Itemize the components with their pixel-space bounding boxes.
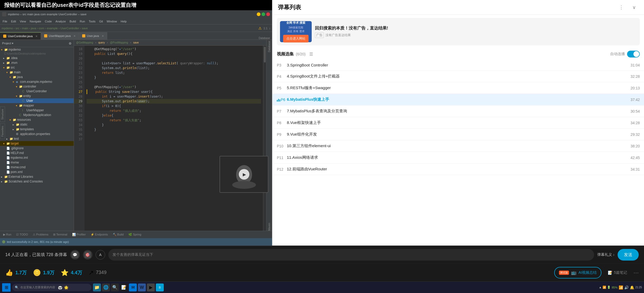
tab-close-usermapper[interactable]: ✕ <box>73 35 76 37</box>
tab-close-usercontroller[interactable]: ✕ <box>35 35 38 38</box>
tree-item-usercontroller[interactable]: C UserController <box>0 89 74 94</box>
maximize-button[interactable] <box>262 12 265 16</box>
menu-git[interactable]: Git <box>98 19 105 23</box>
auto-play-toggle[interactable] <box>627 51 640 57</box>
menu-help[interactable]: Help <box>119 19 128 23</box>
tree-item-mpdemoixml[interactable]: 📄 mpdemo.iml <box>0 155 74 160</box>
taskbar-app-files[interactable]: 📁 <box>93 284 101 291</box>
playlist-item-p9[interactable]: P9 9.Vue组件化开发 29:32 <box>273 129 644 140</box>
tree-item-helpmd[interactable]: 📄 HELP.md <box>0 151 74 155</box>
tree-item-java[interactable]: ▾ 📁 java <box>0 75 74 79</box>
taskbar-app-word[interactable]: W <box>138 284 146 291</box>
ad-enter-button[interactable]: 点击进入网站 <box>283 35 309 42</box>
maven-side-tab[interactable]: Maven <box>268 223 271 231</box>
menu-tools[interactable]: Tools <box>87 19 97 23</box>
tree-item-pomxml[interactable]: 📄 pom.xml <box>0 170 74 174</box>
tree-item-user[interactable]: C User <box>0 98 74 103</box>
tab-close-user[interactable]: ✕ <box>102 35 104 37</box>
tree-item-idea[interactable]: ▸ 📁 .idea <box>0 56 74 60</box>
tree-item-mapper-folder[interactable]: ▾ 📁 mapper <box>0 103 74 108</box>
database-side-tab[interactable]: Database <box>268 41 271 52</box>
tree-item-templates[interactable]: ▸ 📁 templates <box>0 127 74 132</box>
barrage-input[interactable]: 发个友善的弹幕见证当下 <box>108 249 594 261</box>
tree-item-resources[interactable]: ▾ 📁 resources <box>0 117 74 122</box>
star-item[interactable]: ⭐ 4.4万 <box>61 269 82 276</box>
close-button[interactable] <box>266 12 270 16</box>
notes-button[interactable]: 📝 5篇笔记 <box>608 270 627 275</box>
taskbar-app-search[interactable]: 🔍 <box>111 284 119 291</box>
menu-navigate[interactable]: Navigate <box>28 19 43 23</box>
playlist-item-p6[interactable]: P6 6.MybatisPlus快速上手 37:42 <box>273 94 644 105</box>
tree-item-src[interactable]: ▾ 📁 src <box>0 65 74 70</box>
tree-item-mvn[interactable]: ▸ 📁 .mvn <box>0 60 74 65</box>
tree-item-package[interactable]: ▾ ◈ com.example.mpdemo <box>0 79 74 84</box>
tree-item-test[interactable]: ▸ 📁 test <box>0 136 74 141</box>
font-icon[interactable]: A <box>96 250 105 260</box>
playlist-item-p8[interactable]: P8 8.Vue框架快速上手 34:28 <box>273 117 644 129</box>
structure-tab[interactable]: Structure <box>0 107 5 122</box>
coin-item[interactable]: 🪙 1.9万 <box>33 269 54 276</box>
tree-item-appprops[interactable]: ⚙ application.properties <box>0 132 74 136</box>
tree-item-mpdemo[interactable]: ▾ 📁 mpdemo <box>0 47 74 52</box>
code-content[interactable]: @GetMapping("✦"/user") public List query… <box>85 46 263 231</box>
tree-item-main[interactable]: ▾ 📁 main <box>0 70 74 75</box>
tree-item-mpdemo-app[interactable]: C MpdemoApplication <box>0 113 74 117</box>
taskbar-app-bilibili[interactable]: B <box>156 284 164 291</box>
scrollbar-thumb[interactable] <box>264 47 266 63</box>
playlist-item-p12[interactable]: P12 12.前端路由VueRouter 34:31 <box>273 164 644 175</box>
build-tab[interactable]: 🔨 Build <box>111 232 125 237</box>
tree-item-static[interactable]: ▸ 📁 static <box>0 122 74 127</box>
tree-item-controller[interactable]: ▾ 📁 controller <box>0 84 74 89</box>
playlist-item-p11[interactable]: P11 11.Axios网络请求 42:45 <box>273 152 644 164</box>
tab-user[interactable]: User.java ✕ <box>79 32 107 40</box>
more-button[interactable]: ⋯ <box>633 270 639 276</box>
menu-view[interactable]: View <box>18 19 28 23</box>
gift-area[interactable]: 弹幕礼义 › <box>597 252 614 257</box>
taskbar-app-mail[interactable]: ✉ <box>129 284 137 291</box>
taskbar-app-vscode[interactable]: 📝 <box>120 284 128 291</box>
playlist-item-p3[interactable]: P3 3.SpringBoot Controller 31:04 <box>273 60 644 71</box>
like-item[interactable]: 👍 1.7万 <box>5 269 27 276</box>
todo-tab[interactable]: ☑ TODO <box>15 232 29 237</box>
database-tab[interactable]: Database <box>259 37 270 40</box>
webcam-play-button[interactable] <box>239 169 249 180</box>
playlist-item-p4[interactable]: P4 4.SpringBoot文件上传+拦截器 32:28 <box>273 71 644 82</box>
menu-window[interactable]: Window <box>105 19 119 23</box>
tree-item-external[interactable]: ▸ 📁 External Libraries <box>0 174 74 179</box>
tree-item-gitignore[interactable]: 📄 .gitignore <box>0 146 74 151</box>
taskbar-app-chrome[interactable]: 🌐 <box>102 284 110 291</box>
tree-item-mvnwcmd[interactable]: 📄 mvnw.cmd <box>0 165 74 170</box>
menu-edit[interactable]: Edit <box>10 19 18 23</box>
scrollbar-vertical[interactable] <box>263 46 266 231</box>
minimize-button[interactable] <box>257 12 260 16</box>
more-options-icon[interactable]: ⋮ <box>617 3 626 12</box>
menu-code[interactable]: Code <box>43 19 53 23</box>
favorites-tab[interactable]: Favorites <box>0 123 5 139</box>
tab-usermapper[interactable]: UserMapper.java ✕ <box>41 32 79 40</box>
taskbar-app-media[interactable]: ▶ <box>147 284 155 291</box>
code-editor[interactable]: @GetMapping › query › @PostMapping › sav… <box>74 40 266 231</box>
code-area[interactable]: 181920212223 2425262728 293031 323334353… <box>74 46 266 231</box>
menu-file[interactable]: File <box>1 19 9 23</box>
barrage-icon-1[interactable]: 💬 <box>70 250 80 260</box>
menu-analyze[interactable]: Analyze <box>54 19 67 23</box>
start-button[interactable]: ⊞ <box>2 283 11 292</box>
tree-item-usermapper[interactable]: I UserMapper <box>0 108 74 113</box>
tab-usercontroller[interactable]: UserController.java ✕ <box>0 32 41 40</box>
terminal-tab[interactable]: ⊞ Terminal <box>52 232 69 237</box>
playlist-item-p7[interactable]: P7 7.MybatisPlus多表查询及分页查询 30:54 <box>273 105 644 117</box>
run-tab[interactable]: ▶ Run <box>2 232 13 237</box>
tree-item-target[interactable]: ▾ 📁 target <box>0 141 74 146</box>
endpoints-tab[interactable]: ⚡ Endpoints <box>89 232 110 237</box>
tree-item-entity[interactable]: ▾ 📁 entity <box>0 94 74 98</box>
playlist-item-p5[interactable]: P5 5.RESTful服务+Swagger 20:13 <box>273 82 644 94</box>
menu-build[interactable]: Build <box>68 19 77 23</box>
tree-item-mvnw[interactable]: 📄 mvnw <box>0 160 74 165</box>
barrage-icon-2[interactable]: 🎯 <box>83 250 92 260</box>
tree-gear-icon[interactable]: ⚙ <box>69 42 72 45</box>
send-button[interactable]: 发送 <box>618 249 639 261</box>
profiler-tab[interactable]: 📊 Profiler <box>71 232 87 237</box>
spring-tab[interactable]: 🌿 Spring <box>127 232 143 237</box>
ai-video-button[interactable]: 测试版 📺 AI视频总结 <box>554 267 601 278</box>
taskbar-search[interactable]: 🔍 在这里输入您要搜索的内容 🐼 🌟 <box>12 284 91 291</box>
